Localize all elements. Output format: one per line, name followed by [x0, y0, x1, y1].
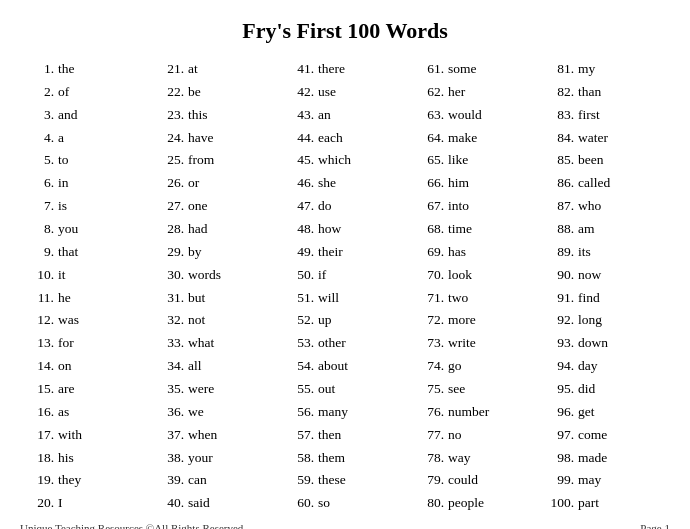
- list-item: 9.that: [20, 241, 150, 263]
- list-item: 89.its: [540, 241, 670, 263]
- word-text: who: [578, 195, 601, 217]
- word-text: by: [188, 241, 202, 263]
- word-text: made: [578, 447, 607, 469]
- word-number: 5.: [22, 149, 54, 171]
- word-number: 30.: [152, 264, 184, 286]
- word-number: 63.: [412, 104, 444, 126]
- word-number: 25.: [152, 149, 184, 171]
- word-text: into: [448, 195, 469, 217]
- word-text: may: [578, 469, 601, 491]
- word-text: people: [448, 492, 484, 514]
- word-text: number: [448, 401, 489, 423]
- word-number: 18.: [22, 447, 54, 469]
- list-item: 39.can: [150, 469, 280, 491]
- word-text: about: [318, 355, 348, 377]
- word-text: called: [578, 172, 610, 194]
- list-item: 42.use: [280, 81, 410, 103]
- word-text: an: [318, 104, 331, 126]
- word-text: what: [188, 332, 214, 354]
- list-item: 60.so: [280, 492, 410, 514]
- column-4: 61.some62.her63.would64.make65.like66.hi…: [410, 58, 540, 514]
- word-text: which: [318, 149, 351, 171]
- list-item: 75.see: [410, 378, 540, 400]
- list-item: 66.him: [410, 172, 540, 194]
- word-text: she: [318, 172, 336, 194]
- word-number: 52.: [282, 309, 314, 331]
- list-item: 41.there: [280, 58, 410, 80]
- word-text: this: [188, 104, 208, 126]
- list-item: 2.of: [20, 81, 150, 103]
- word-number: 17.: [22, 424, 54, 446]
- word-text: all: [188, 355, 202, 377]
- list-item: 85.been: [540, 149, 670, 171]
- word-number: 50.: [282, 264, 314, 286]
- word-number: 38.: [152, 447, 184, 469]
- list-item: 84.water: [540, 127, 670, 149]
- word-text: like: [448, 149, 468, 171]
- list-item: 30.words: [150, 264, 280, 286]
- word-text: be: [188, 81, 201, 103]
- list-item: 83.first: [540, 104, 670, 126]
- list-item: 76.number: [410, 401, 540, 423]
- footer-right: Page 1: [640, 522, 670, 529]
- word-text: but: [188, 287, 205, 309]
- list-item: 38.your: [150, 447, 280, 469]
- list-item: 79.could: [410, 469, 540, 491]
- word-text: with: [58, 424, 82, 446]
- word-number: 47.: [282, 195, 314, 217]
- list-item: 94.day: [540, 355, 670, 377]
- word-text: there: [318, 58, 345, 80]
- word-number: 87.: [542, 195, 574, 217]
- word-number: 88.: [542, 218, 574, 240]
- list-item: 96.get: [540, 401, 670, 423]
- word-text: not: [188, 309, 205, 331]
- footer: Unique Teaching Resources ©All Rights Re…: [20, 514, 670, 529]
- word-number: 22.: [152, 81, 184, 103]
- word-text: see: [448, 378, 465, 400]
- word-text: up: [318, 309, 332, 331]
- word-number: 94.: [542, 355, 574, 377]
- word-text: has: [448, 241, 466, 263]
- word-number: 14.: [22, 355, 54, 377]
- list-item: 64.make: [410, 127, 540, 149]
- word-text: am: [578, 218, 595, 240]
- column-1: 1.the2.of3.and4.a5.to6.in7.is8.you9.that…: [20, 58, 150, 514]
- word-number: 81.: [542, 58, 574, 80]
- word-text: for: [58, 332, 74, 354]
- word-text: on: [58, 355, 72, 377]
- word-text: or: [188, 172, 199, 194]
- word-text: would: [448, 104, 482, 126]
- word-number: 79.: [412, 469, 444, 491]
- word-number: 45.: [282, 149, 314, 171]
- list-item: 71.two: [410, 287, 540, 309]
- word-number: 56.: [282, 401, 314, 423]
- list-item: 7.is: [20, 195, 150, 217]
- word-number: 39.: [152, 469, 184, 491]
- list-item: 63.would: [410, 104, 540, 126]
- word-text: two: [448, 287, 468, 309]
- word-number: 4.: [22, 127, 54, 149]
- list-item: 19.they: [20, 469, 150, 491]
- word-text: go: [448, 355, 462, 377]
- list-item: 44.each: [280, 127, 410, 149]
- word-text: to: [58, 149, 69, 171]
- list-item: 59.these: [280, 469, 410, 491]
- word-number: 86.: [542, 172, 574, 194]
- list-item: 67.into: [410, 195, 540, 217]
- word-text: when: [188, 424, 217, 446]
- word-text: said: [188, 492, 210, 514]
- list-item: 13.for: [20, 332, 150, 354]
- word-number: 8.: [22, 218, 54, 240]
- list-item: 98.made: [540, 447, 670, 469]
- word-text: it: [58, 264, 66, 286]
- word-text: if: [318, 264, 326, 286]
- word-number: 21.: [152, 58, 184, 80]
- list-item: 3.and: [20, 104, 150, 126]
- word-number: 64.: [412, 127, 444, 149]
- word-number: 27.: [152, 195, 184, 217]
- word-number: 35.: [152, 378, 184, 400]
- word-number: 9.: [22, 241, 54, 263]
- list-item: 10.it: [20, 264, 150, 286]
- word-number: 49.: [282, 241, 314, 263]
- word-number: 96.: [542, 401, 574, 423]
